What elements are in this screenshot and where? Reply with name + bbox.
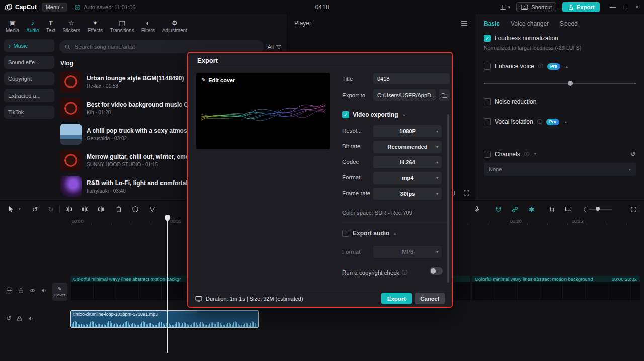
lock-icon[interactable]	[16, 315, 23, 322]
main-track-icon[interactable]	[6, 287, 13, 294]
tab-text[interactable]: TText	[43, 17, 59, 36]
loudness-checkbox[interactable]: ✓	[484, 35, 491, 42]
copyright-check-toggle[interactable]	[430, 267, 443, 275]
codec-dropdown[interactable]: H.264▾	[373, 156, 442, 168]
dialog-scrollbar[interactable]	[447, 114, 449, 283]
channels-checkbox[interactable]	[484, 151, 491, 158]
export-button-top[interactable]: Export	[562, 2, 599, 12]
minimize-button[interactable]: —	[610, 4, 616, 11]
framerate-dropdown[interactable]: 30fps▾	[373, 188, 442, 200]
mute-track-icon[interactable]	[41, 287, 47, 294]
noise-reduction-label: Noise reduction	[495, 98, 536, 105]
chevron-down-icon: ▾	[629, 167, 631, 172]
collapse-icon[interactable]: ▴	[566, 64, 568, 69]
render-preview-icon[interactable]	[564, 205, 573, 213]
split-icon[interactable]	[64, 205, 73, 213]
shortcut-button[interactable]: Shortcut	[516, 2, 556, 12]
export-confirm-button[interactable]: Export	[381, 293, 412, 304]
category-sound-effects[interactable]: Sound effe...	[4, 56, 54, 69]
fullscreen-icon[interactable]	[463, 190, 470, 196]
trim-right-icon[interactable]	[97, 205, 106, 213]
maximize-button[interactable]: □	[624, 4, 627, 11]
tab-audio[interactable]: ♪Audio	[23, 17, 43, 36]
video-clip[interactable]: Colorful minimal wavy lines abstract mot…	[472, 276, 640, 300]
format-dropdown[interactable]: mp4▾	[373, 172, 442, 184]
audio-clip[interactable]: timbo-drumline-loop-103bpm-171091.mp3	[70, 310, 259, 328]
crop-icon[interactable]	[547, 205, 556, 213]
tab-effects[interactable]: ✦Effects	[84, 17, 106, 36]
export-path-field[interactable]: C:/Users/USER/AppD...	[373, 89, 436, 101]
noise-reduction-checkbox[interactable]	[484, 98, 491, 105]
select-tool-icon[interactable]	[6, 205, 15, 213]
slider-handle[interactable]	[568, 81, 573, 86]
tab-adjustment[interactable]: ⚙Adjustment	[158, 17, 191, 36]
redo-icon[interactable]: ↻	[46, 205, 55, 213]
filter-control[interactable]: All	[268, 44, 283, 50]
delete-icon[interactable]	[114, 205, 123, 213]
tab-voice-changer[interactable]: Voice changer	[511, 20, 549, 27]
lock-icon[interactable]	[18, 287, 24, 294]
enhance-voice-checkbox[interactable]	[484, 63, 491, 70]
voiceover-mic-icon[interactable]	[472, 205, 481, 213]
undo-icon[interactable]: ↺	[30, 205, 39, 213]
category-tiktok[interactable]: TikTok	[4, 106, 54, 119]
magnet-icon[interactable]	[494, 205, 503, 213]
enhance-voice-slider[interactable]	[484, 81, 636, 86]
mute-track-icon[interactable]	[28, 315, 34, 322]
tab-media[interactable]: ▣Media	[2, 17, 23, 36]
hide-track-eye-icon[interactable]	[29, 287, 36, 294]
layout-switch-button[interactable]: ▾	[499, 4, 511, 11]
reset-icon[interactable]: ↺	[630, 150, 636, 158]
channels-select[interactable]: None ▾	[484, 163, 636, 176]
collapse-icon[interactable]: ▾	[534, 152, 536, 156]
chevron-down-icon: ▾	[61, 5, 63, 10]
bitrate-dropdown[interactable]: Recommended▾	[373, 141, 442, 153]
tab-basic[interactable]: Basic	[484, 20, 500, 27]
cancel-button[interactable]: Cancel	[415, 293, 445, 304]
category-music[interactable]: ♪Music	[4, 39, 54, 52]
category-copyright[interactable]: Copyright	[4, 72, 54, 85]
audio-format-value: MP3	[402, 249, 414, 255]
tab-transitions[interactable]: ◫Transitions	[106, 17, 138, 36]
category-extracted-audio[interactable]: Extracted a...	[4, 89, 54, 102]
tab-stickers[interactable]: ☆Stickers	[59, 17, 84, 36]
title-input[interactable]	[373, 73, 450, 84]
chroma-key-icon[interactable]	[148, 205, 157, 213]
cover-preview[interactable]: ✎ Edit cover	[196, 73, 330, 149]
player-menu-icon[interactable]	[461, 21, 468, 26]
codec-label: Codec	[342, 159, 359, 165]
collapse-icon[interactable]: ▴	[565, 120, 567, 124]
video-exporting-checkbox[interactable]: ✓	[342, 111, 349, 118]
album-cover	[60, 150, 82, 171]
tab-filters[interactable]: ◐Filters	[138, 17, 158, 36]
menu-button[interactable]: Menu▾	[42, 3, 68, 12]
trim-left-icon[interactable]	[80, 205, 90, 213]
preview-axis-icon[interactable]	[527, 205, 536, 213]
link-icon[interactable]	[510, 205, 519, 213]
resolution-dropdown[interactable]: 1080P▾	[373, 125, 442, 137]
zoom-handle[interactable]	[596, 207, 600, 211]
fit-timeline-icon[interactable]	[629, 205, 638, 213]
tab-label: Effects	[88, 28, 103, 33]
playhead-line[interactable]	[167, 216, 168, 353]
timeline-zoom-slider[interactable]	[589, 208, 612, 210]
select-tool-caret[interactable]: ▾	[15, 205, 24, 213]
channels-row: Channels ⓘ ▾ ↺	[475, 150, 644, 158]
edit-cover-button[interactable]: ✎ Edit cover	[201, 77, 235, 83]
audio-format-dropdown[interactable]: MP3▾	[373, 246, 442, 258]
search-input[interactable]	[74, 43, 259, 50]
browse-folder-button[interactable]	[439, 89, 450, 101]
tab-label: Text	[46, 28, 55, 33]
export-audio-checkbox[interactable]	[342, 230, 349, 237]
vocal-isolation-checkbox[interactable]	[484, 118, 491, 125]
collapse-icon[interactable]: ▴	[403, 113, 405, 117]
tab-speed[interactable]: Speed	[560, 20, 578, 27]
automation-icon[interactable]: ↺	[6, 315, 11, 322]
collapse-icon[interactable]: ▴	[394, 231, 396, 236]
close-button[interactable]: ×	[635, 4, 639, 11]
hook-icon[interactable]	[580, 205, 589, 213]
category-label: Sound effe...	[8, 59, 39, 65]
section-divider	[342, 224, 450, 224]
cover-button[interactable]: ✎ Cover	[52, 283, 67, 301]
mask-icon[interactable]	[131, 205, 140, 213]
